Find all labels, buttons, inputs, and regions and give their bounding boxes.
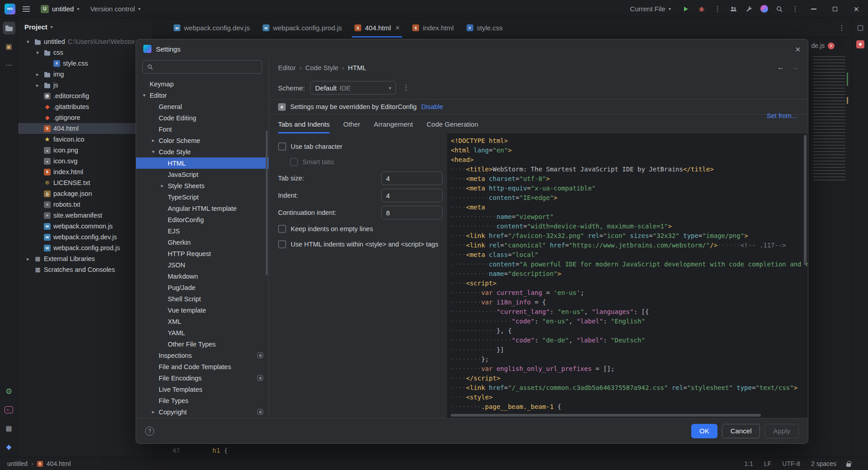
ai-assistant-icon[interactable] [760, 5, 768, 13]
settings-tab-arrangement[interactable]: Arrangement [374, 114, 413, 133]
project-item-webpack-config-prod-js[interactable]: webpack.config.prod.js [18, 242, 153, 253]
continuation-indent-input[interactable] [381, 206, 443, 219]
lock-icon[interactable] [846, 463, 851, 467]
chevron-right-icon[interactable]: ▸ [150, 138, 157, 143]
project-item-editorconfig[interactable]: .editorconfig [18, 90, 153, 101]
settings-nav-vue-template[interactable]: Vue template [136, 304, 269, 316]
project-item-js[interactable]: ▸js [18, 80, 153, 90]
project-panel-header[interactable]: Project ▾ [18, 18, 153, 35]
status-1-1[interactable]: 1:1 [744, 460, 753, 467]
project-item-img[interactable]: ▸img [18, 69, 153, 80]
project-item-icon-svg[interactable]: icon.svg [18, 156, 153, 166]
close-window-button[interactable]: × [849, 2, 863, 16]
project-item-package-json[interactable]: package.json [18, 188, 153, 199]
settings-nav-editor[interactable]: ▾Editor [136, 90, 269, 101]
chevron-right-icon[interactable]: ▸ [159, 183, 166, 189]
editor-tab-404-html[interactable]: 404.html× [348, 18, 406, 38]
project-item-webpack-config-dev-js[interactable]: webpack.config.dev.js [18, 232, 153, 242]
settings-nav-keymap[interactable]: Keymap [136, 78, 269, 90]
settings-nav-html[interactable]: HTML [136, 157, 269, 169]
project-item-scratches-and-consoles[interactable]: Scratches and Consoles [18, 264, 153, 275]
html-indents-checkbox[interactable] [278, 240, 286, 248]
settings-gear-icon[interactable]: ⚙ [3, 385, 15, 398]
settings-nav-color-scheme[interactable]: ▸Color Scheme [136, 135, 269, 146]
disable-link[interactable]: Disable [421, 103, 443, 110]
services-tool-icon[interactable]: ▦ [3, 422, 15, 435]
search-everywhere-icon[interactable] [775, 5, 784, 14]
apply-button[interactable]: Apply [764, 424, 799, 438]
background-editor-tab[interactable]: de.js × [811, 42, 835, 49]
close-dialog-icon[interactable]: × [795, 44, 801, 54]
project-item-icon-png[interactable]: icon.png [18, 145, 153, 156]
project-item-favicon-ico[interactable]: favicon.ico [18, 134, 153, 145]
breadcrumb-editor[interactable]: Editor [278, 64, 296, 71]
settings-nav-inspections[interactable]: Inspections [136, 350, 269, 361]
settings-nav-typescript[interactable]: TypeScript [136, 191, 269, 203]
minimize-button[interactable] [807, 2, 821, 16]
settings-nav-code-editing[interactable]: Code Editing [136, 112, 269, 123]
settings-nav-other-file-types[interactable]: Other File Types [136, 338, 269, 350]
project-item-license-txt[interactable]: LICENSE.txt [18, 177, 153, 188]
settings-nav-file-and-code-templates[interactable]: File and Code Templates [136, 361, 269, 372]
project-item-index-html[interactable]: index.html [18, 166, 153, 177]
html-indents-option[interactable]: Use HTML indents within <style> and <scr… [278, 237, 447, 252]
code-with-me-icon[interactable] [729, 5, 738, 14]
settings-nav-http-request[interactable]: HTTP Request [136, 248, 269, 259]
project-item-style-css[interactable]: style.css [18, 58, 153, 69]
status-2-spaces[interactable]: 2 spaces [811, 460, 836, 467]
maximize-button[interactable] [828, 2, 842, 16]
status-lf[interactable]: LF [764, 460, 771, 467]
preview-horizontal-scrollbar[interactable] [451, 414, 761, 417]
chevron-down-icon[interactable]: ▾ [34, 50, 41, 56]
settings-nav-shell-script[interactable]: Shell Script [136, 293, 269, 304]
project-item-webpack-common-js[interactable]: webpack.common.js [18, 221, 153, 232]
set-from-link[interactable]: Set from... [767, 112, 797, 119]
chevron-down-icon[interactable]: ▾ [150, 149, 157, 155]
breadcrumb-html[interactable]: HTML [348, 64, 367, 71]
project-item-404-html[interactable]: 404.html [18, 123, 153, 134]
back-icon[interactable]: ← [777, 63, 784, 71]
run-icon[interactable] [681, 5, 690, 14]
minimap[interactable] [813, 56, 845, 183]
more-run-actions-icon[interactable]: ⋮ [713, 5, 722, 13]
settings-nav-pug-jade[interactable]: Pug/Jade [136, 282, 269, 293]
settings-nav-style-sheets[interactable]: ▸Style Sheets [136, 180, 269, 191]
keep-indents-option[interactable]: Keep indents on empty lines [278, 221, 447, 237]
settings-nav-ejs[interactable]: EJS [136, 225, 269, 237]
hide-windows-icon[interactable] [854, 22, 867, 34]
status-utf-8[interactable]: UTF-8 [782, 460, 800, 467]
settings-nav-code-style[interactable]: ▾Code Style [136, 146, 269, 157]
more-tool-windows-icon[interactable]: ⋯ [3, 59, 15, 71]
hamburger-menu-icon[interactable] [23, 6, 30, 12]
settings-search-input[interactable] [156, 63, 258, 71]
chevron-right-icon[interactable]: ▸ [150, 409, 157, 415]
close-tab-icon[interactable]: × [396, 24, 400, 32]
window-options-icon[interactable]: ⋮ [791, 5, 800, 13]
breadcrumb-code-style[interactable]: Code Style [305, 64, 338, 71]
settings-tab-code-generation[interactable]: Code Generation [427, 114, 478, 133]
help-icon[interactable]: ? [145, 427, 154, 436]
preview-vertical-scrollbar[interactable] [804, 135, 807, 265]
settings-nav-general[interactable]: General [136, 101, 269, 112]
settings-nav-copyright[interactable]: ▸Copyright [136, 406, 269, 418]
keep-indents-checkbox[interactable] [278, 225, 286, 233]
editor-tab-webpack-config-dev-js[interactable]: webpack.config.dev.js [167, 18, 256, 38]
settings-nav-json[interactable]: JSON [136, 259, 269, 271]
settings-nav-font[interactable]: Font [136, 123, 269, 135]
settings-search[interactable] [142, 60, 262, 74]
vcs-tool-icon[interactable]: ◆ [3, 441, 15, 453]
nav-scrollbar[interactable] [266, 131, 268, 275]
wrench-icon[interactable] [745, 5, 754, 14]
scheme-actions-icon[interactable]: ⋮ [401, 84, 410, 91]
cancel-button[interactable]: Cancel [722, 424, 760, 438]
chevron-down-icon[interactable]: ▾ [141, 92, 148, 98]
project-item-gitignore[interactable]: .gitignore [18, 112, 153, 123]
project-item-robots-txt[interactable]: robots.txt [18, 199, 153, 210]
indent-input[interactable] [381, 189, 443, 202]
editor-tab-webpack-config-prod-js[interactable]: webpack.config.prod.js [256, 18, 349, 38]
settings-tab-tabs-and-indents[interactable]: Tabs and Indents [278, 114, 330, 133]
editor-tab-index-html[interactable]: index.html [406, 18, 460, 38]
tab-options-icon[interactable]: ⋮ [832, 24, 852, 32]
run-config-widget[interactable]: Current File ▾ [627, 3, 675, 14]
editor-tab-style-css[interactable]: style.css [460, 18, 509, 38]
